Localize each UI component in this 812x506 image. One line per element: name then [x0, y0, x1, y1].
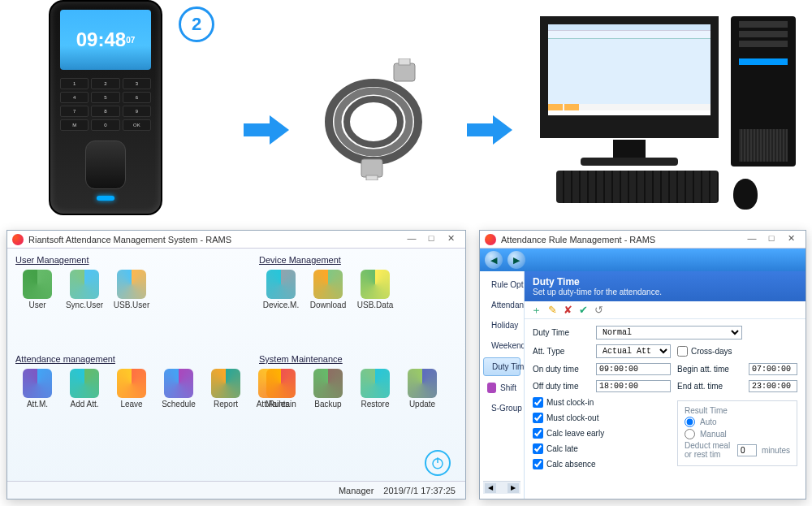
nav-forward-button[interactable]: ▶	[508, 251, 525, 269]
device-screen: 09:4807	[60, 10, 151, 70]
leave-icon	[117, 369, 146, 398]
nav-toolbar: ◀ ▶	[480, 249, 806, 271]
panel-user-management: User Management User Sync.User USB.User	[15, 255, 153, 309]
label-end-att: End att. time	[677, 382, 742, 391]
launcher-usb-data[interactable]: USB.Data	[353, 270, 397, 309]
main-pane: Duty Time Set up duty-time for the atten…	[525, 271, 806, 499]
maximize-button[interactable]: □	[762, 233, 781, 246]
launcher-device-m[interactable]: Device.M.	[259, 270, 303, 309]
input-begin-att[interactable]	[749, 363, 797, 375]
fingerprint-terminal: 09:4807 123 456 789 M0OK	[49, 0, 162, 215]
sidebar-item-rule-options[interactable]: Rule Options	[483, 276, 520, 293]
svg-point-3	[347, 99, 400, 145]
delete-button[interactable]: ✘	[564, 304, 572, 316]
calendar-icon	[164, 369, 193, 398]
pc-tower	[731, 16, 796, 167]
launcher-schedule[interactable]: Schedule	[157, 369, 201, 409]
launcher-maintain[interactable]: Maintain	[259, 369, 303, 409]
launcher-update[interactable]: Update	[400, 369, 444, 409]
status-bar: Manager 2019/7/1 17:37:25	[7, 481, 465, 499]
radio-manual[interactable]: Manual	[685, 429, 790, 439]
backup-icon	[313, 369, 343, 398]
keyboard	[556, 171, 719, 203]
side-scrollbar[interactable]: ◀ ▶	[483, 481, 520, 494]
add-button[interactable]: ＋	[531, 303, 542, 318]
input-off-duty[interactable]	[596, 380, 671, 392]
input-on-duty[interactable]	[596, 363, 671, 375]
minimize-button[interactable]: —	[742, 233, 762, 246]
label-on-duty: On duty time	[533, 365, 590, 374]
download-icon	[313, 270, 343, 299]
check-cross-days[interactable]: Cross-days	[677, 346, 797, 357]
window-title: Riantsoft Attendance Management System -…	[28, 235, 402, 244]
panel-attendance-management: Attendance management Att.M. Add Att. Le…	[15, 354, 295, 409]
app-icon	[485, 234, 496, 245]
launcher-att-m[interactable]: Att.M.	[15, 369, 59, 409]
check-calc-leave-early[interactable]: Calc leave early	[533, 428, 671, 439]
launcher-report[interactable]: Report	[204, 369, 248, 409]
panel-device-management: Device Management Device.M. Download USB…	[259, 255, 397, 309]
input-deduct[interactable]	[737, 444, 757, 456]
clock-add-icon	[70, 369, 99, 398]
update-icon	[408, 369, 437, 398]
panel-system-maintenance: System Maintenance Maintain Backup Resto…	[259, 354, 444, 409]
svg-rect-5	[399, 58, 410, 65]
scroll-right-button[interactable]: ▶	[508, 483, 519, 493]
usb-icon	[117, 270, 146, 299]
panel-header: System Maintenance	[259, 354, 444, 364]
panel-header: Attendance management	[15, 354, 295, 364]
status-user: Manager	[339, 486, 374, 495]
minimize-button[interactable]: —	[402, 233, 421, 246]
ethernet-cable	[313, 58, 434, 180]
arrow-icon	[244, 114, 289, 146]
sync-icon	[70, 270, 99, 299]
sidebar-item-shift[interactable]: Shift	[483, 379, 520, 396]
sidebar-item-holiday[interactable]: Holiday	[483, 317, 520, 334]
check-must-clock-out[interactable]: Must clock-out	[533, 413, 671, 423]
check-calc-late[interactable]: Calc late	[533, 443, 671, 454]
title-bar[interactable]: Attendance Rule Management - RAMS — □ ✕	[480, 231, 806, 249]
radio-auto[interactable]: Auto	[685, 417, 790, 427]
label-duty-time: Duty Time	[533, 328, 590, 337]
panel-header: Device Management	[259, 255, 397, 265]
duty-time-form: Duty Time Normal Att. Type Actual Att Cr…	[525, 319, 806, 476]
edit-button[interactable]: ✎	[548, 304, 557, 316]
record-toolbar: ＋ ✎ ✘ ✔ ↺	[525, 301, 806, 319]
label-off-duty: Off duty time	[533, 382, 590, 391]
close-button[interactable]: ✕	[441, 233, 460, 246]
cancel-button[interactable]: ↺	[594, 304, 603, 316]
confirm-button[interactable]: ✔	[579, 304, 588, 316]
users-icon	[23, 270, 52, 299]
launcher-sync-user[interactable]: Sync.User	[63, 270, 106, 309]
power-icon	[430, 456, 445, 470]
title-bar[interactable]: Riantsoft Attendance Management System -…	[7, 231, 465, 249]
select-att-type[interactable]: Actual Att	[596, 344, 671, 358]
sidebar-item-duty-time[interactable]: Duty Time	[483, 357, 520, 376]
sidebar-item-s-group[interactable]: S-Group	[483, 400, 520, 417]
scroll-left-button[interactable]: ◀	[485, 483, 496, 493]
sidebar-item-weekend[interactable]: Weekend	[483, 337, 520, 354]
maintain-icon	[266, 369, 296, 398]
arrow-icon	[467, 114, 512, 146]
launcher-download[interactable]: Download	[306, 270, 350, 309]
check-calc-absence[interactable]: Calc absence	[533, 459, 671, 469]
close-button[interactable]: ✕	[781, 233, 801, 246]
launcher-user[interactable]: User	[15, 270, 59, 309]
svg-marker-0	[244, 115, 289, 145]
device-keypad: 123 456 789 M0OK	[60, 78, 151, 131]
launcher-usb-user[interactable]: USB.User	[110, 270, 153, 309]
window-title: Attendance Rule Management - RAMS	[501, 235, 742, 244]
label-att-type: Att. Type	[533, 347, 590, 356]
launcher-backup[interactable]: Backup	[306, 369, 350, 409]
select-duty-time[interactable]: Normal	[596, 326, 742, 339]
launcher-restore[interactable]: Restore	[353, 369, 397, 409]
power-button[interactable]	[425, 450, 451, 476]
launcher-leave[interactable]: Leave	[110, 369, 153, 409]
sidebar-item-attendance-item[interactable]: Attendance Item	[483, 296, 520, 314]
input-end-att[interactable]	[749, 380, 797, 392]
check-must-clock-in[interactable]: Must clock-in	[533, 397, 671, 408]
launcher-add-att[interactable]: Add Att.	[63, 369, 106, 409]
nav-back-button[interactable]: ◀	[485, 251, 503, 269]
maximize-button[interactable]: □	[421, 233, 441, 246]
restore-icon	[361, 369, 390, 398]
